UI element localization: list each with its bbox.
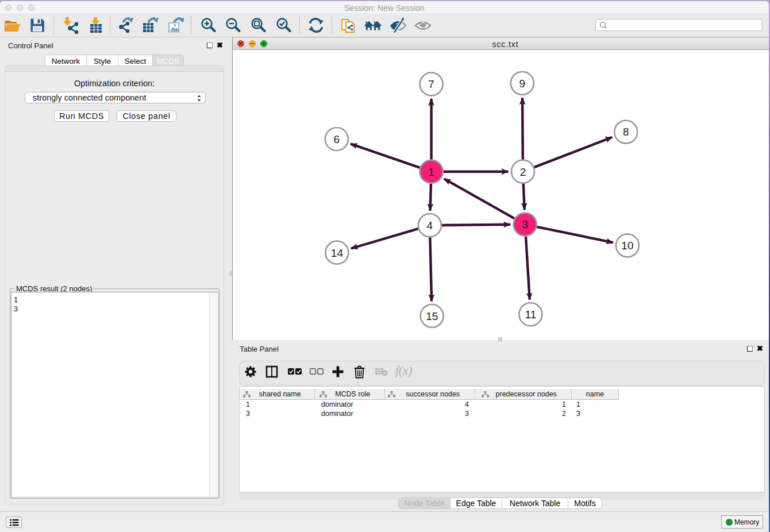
svg-text:14: 14 <box>331 247 344 259</box>
svg-text:2: 2 <box>520 166 526 178</box>
svg-text:15: 15 <box>426 310 438 322</box>
svg-text:7: 7 <box>428 78 434 90</box>
svg-text:10: 10 <box>621 240 633 252</box>
svg-text:9: 9 <box>519 78 526 90</box>
svg-text:4: 4 <box>427 219 433 232</box>
svg-text:3: 3 <box>522 218 528 230</box>
svg-text:1: 1 <box>428 166 434 178</box>
svg-text:11: 11 <box>525 309 537 321</box>
svg-text:6: 6 <box>334 133 340 145</box>
svg-text:8: 8 <box>623 126 629 138</box>
